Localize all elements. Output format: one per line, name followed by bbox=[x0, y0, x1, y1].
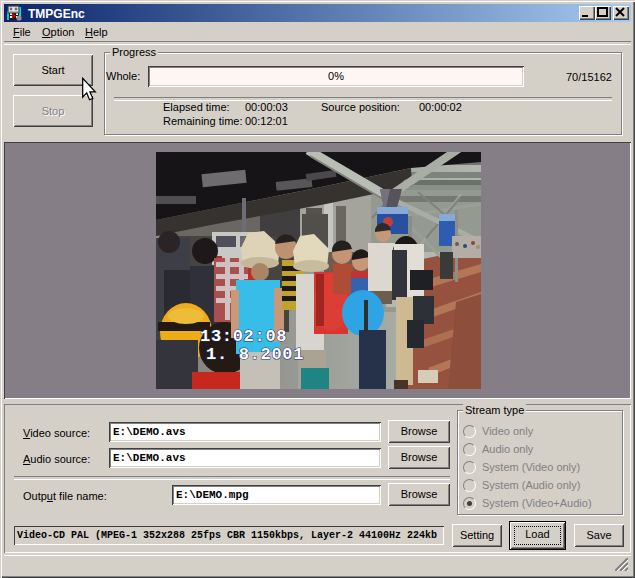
svg-text:1. 8.2001: 1. 8.2001 bbox=[206, 345, 304, 364]
svg-text:13:02:08: 13:02:08 bbox=[200, 327, 287, 346]
